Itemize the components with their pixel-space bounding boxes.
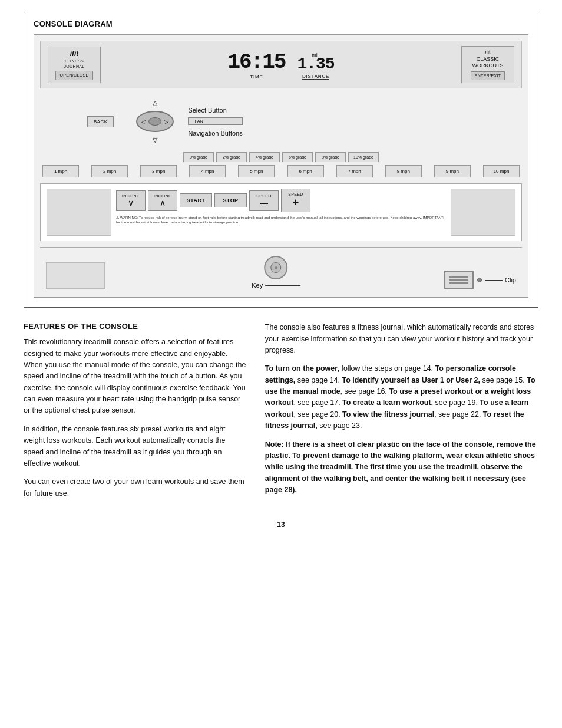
key-label-row: Key xyxy=(252,282,300,289)
key-circle xyxy=(265,256,288,279)
incline-down-label: INCLINE xyxy=(121,194,140,198)
grade-btn-10[interactable]: 10% grade xyxy=(348,152,379,162)
key-inner-circle xyxy=(271,262,282,273)
navigation-row: BACK △ ▽ ◁ ▷ Select Button FAN Navig xyxy=(40,94,522,149)
speed-btn-7[interactable]: 7 mph xyxy=(336,165,373,177)
right-brand-box: ifit CLASSIC WORKOUTS ENTER/EXIT xyxy=(461,46,514,83)
grade-btn-4[interactable]: 4% grade xyxy=(249,152,280,162)
right-paragraph-1: The console also features a fitness jour… xyxy=(265,322,538,356)
right-brand-logo: ifit xyxy=(467,49,509,56)
speed-buttons-row: 1 mph 2 mph 3 mph 4 mph 5 mph 6 mph 7 mp… xyxy=(40,165,522,177)
page: CONSOLE DIAGRAM ifit FITNESS JOURNAL OPE… xyxy=(0,0,562,546)
right-brand-line2: WORKOUTS xyxy=(467,62,509,70)
features-paragraph-3: You can even create two of your own lear… xyxy=(24,476,247,499)
navigation-buttons-label: Navigation Buttons xyxy=(188,130,242,137)
arrow-right-icon[interactable]: ▷ xyxy=(164,118,168,125)
speed-down-label: SPEED xyxy=(254,194,273,198)
incline-down-button[interactable]: INCLINE ∨ xyxy=(116,190,146,211)
clip-area: Clip xyxy=(444,271,516,289)
select-fan-group: Select Button FAN Navigation Buttons xyxy=(188,107,242,137)
arrow-left-icon[interactable]: ◁ xyxy=(141,118,146,125)
speed-up-button[interactable]: SPEED + xyxy=(281,189,310,212)
features-title: FEATURES OF THE CONSOLE xyxy=(24,322,247,331)
speed-btn-2[interactable]: 2 mph xyxy=(91,165,128,177)
top-console-row: ifit FITNESS JOURNAL OPEN/CLOSE 16:15 TI… xyxy=(40,41,522,88)
enter-exit-button[interactable]: ENTER/EXIT xyxy=(471,71,505,80)
key-dot xyxy=(275,266,277,269)
right-paragraph-2: To turn on the power, follow the steps o… xyxy=(265,363,538,431)
speed-btn-1[interactable]: 1 mph xyxy=(42,165,79,177)
key-line xyxy=(265,285,300,286)
turn-on-power-label: To turn on the power, xyxy=(265,364,339,373)
grade-btn-2[interactable]: 2% grade xyxy=(216,152,247,162)
main-control-row: INCLINE ∨ INCLINE ∧ START STOP xyxy=(116,189,446,212)
control-full-row: INCLINE ∨ INCLINE ∧ START STOP xyxy=(47,189,515,236)
incline-up-arrow-icon: ∧ xyxy=(153,198,172,207)
speed-btn-8[interactable]: 8 mph xyxy=(385,165,422,177)
left-brand-line2: JOURNAL xyxy=(53,64,95,69)
content-section: FEATURES OF THE CONSOLE This revolutiona… xyxy=(24,322,538,506)
clip-label-row: Clip xyxy=(485,276,516,284)
distance-unit: mi xyxy=(312,52,320,58)
grade-btn-6[interactable]: 6% grade xyxy=(282,152,313,162)
speed-down-button[interactable]: SPEED — xyxy=(249,190,279,211)
key-area: Key xyxy=(252,256,300,289)
speed-btn-5[interactable]: 5 mph xyxy=(238,165,275,177)
stop-button[interactable]: STOP xyxy=(214,193,247,207)
incline-down-arrow-icon: ∨ xyxy=(121,198,140,207)
right-side-panel xyxy=(451,189,515,236)
create-learn-label: To create a learn workout, xyxy=(342,398,433,407)
clip-line xyxy=(485,280,503,281)
clip-visual xyxy=(444,271,474,289)
distance-group: mi 1.35 DISTANCE xyxy=(297,50,334,80)
arrow-down-icon[interactable]: ▽ xyxy=(153,136,157,144)
open-close-button[interactable]: OPEN/CLOSE xyxy=(55,71,92,80)
left-brand-logo: ifit xyxy=(53,50,95,59)
left-column: FEATURES OF THE CONSOLE This revolutiona… xyxy=(24,322,247,506)
grade-btn-0[interactable]: 0% grade xyxy=(183,152,214,162)
nav-cluster: △ ▽ ◁ ▷ xyxy=(131,98,178,145)
clip-line-1 xyxy=(449,276,468,278)
center-controls: INCLINE ∨ INCLINE ∧ START STOP xyxy=(116,189,446,236)
nav-center-button[interactable] xyxy=(148,117,161,126)
features-paragraph-2: In addition, the console features six pr… xyxy=(24,424,247,470)
arrow-up-icon[interactable]: △ xyxy=(153,99,157,107)
clip-dot xyxy=(477,278,482,282)
right-paragraph-3: Note: If there is a sheet of clear plast… xyxy=(265,439,538,496)
identify-label: To identify yourself as User 1 or User 2… xyxy=(342,376,480,384)
time-display: 16:15 xyxy=(227,52,285,73)
bottom-left-panel xyxy=(46,262,105,289)
diagram-title: CONSOLE DIAGRAM xyxy=(34,19,528,28)
speed-up-icon: + xyxy=(286,196,305,209)
incline-up-button[interactable]: INCLINE ∧ xyxy=(148,190,177,211)
speed-btn-10[interactable]: 10 mph xyxy=(483,165,520,177)
warning-text: ⚠ WARNING: To reduce risk of serious inj… xyxy=(116,215,446,226)
start-button[interactable]: START xyxy=(180,193,212,207)
nav-oval: ◁ ▷ xyxy=(136,111,174,132)
right-column: The console also features a fitness jour… xyxy=(265,322,538,506)
clip-line-2 xyxy=(449,279,468,281)
back-button[interactable]: BACK xyxy=(87,116,114,127)
divider-line xyxy=(40,247,522,248)
select-button-label: Select Button xyxy=(188,107,242,114)
speed-btn-3[interactable]: 3 mph xyxy=(140,165,177,177)
page-number: 13 xyxy=(24,521,538,529)
control-area: INCLINE ∨ INCLINE ∧ START STOP xyxy=(40,183,522,241)
time-group: 16:15 TIME xyxy=(227,52,285,80)
speed-down-icon: — xyxy=(254,198,273,207)
left-side-panel xyxy=(47,189,111,236)
speed-btn-9[interactable]: 9 mph xyxy=(434,165,471,177)
left-brand-line1: FITNESS xyxy=(53,58,95,64)
grade-buttons-row: 0% grade 2% grade 4% grade 6% grade 8% g… xyxy=(40,152,522,162)
key-clip-row: Key Clip xyxy=(40,250,522,291)
clip-label: Clip xyxy=(505,276,516,284)
speed-btn-4[interactable]: 4 mph xyxy=(189,165,226,177)
incline-up-label: INCLINE xyxy=(153,194,172,198)
display-center: 16:15 TIME mi 1.35 DISTANCE xyxy=(227,50,334,80)
fan-button[interactable]: FAN xyxy=(188,117,242,125)
console-diagram-box: CONSOLE DIAGRAM ifit FITNESS JOURNAL OPE… xyxy=(24,12,538,308)
speed-btn-6[interactable]: 6 mph xyxy=(287,165,324,177)
distance-label: DISTANCE xyxy=(302,74,329,80)
grade-btn-8[interactable]: 8% grade xyxy=(315,152,346,162)
key-label: Key xyxy=(252,282,263,289)
